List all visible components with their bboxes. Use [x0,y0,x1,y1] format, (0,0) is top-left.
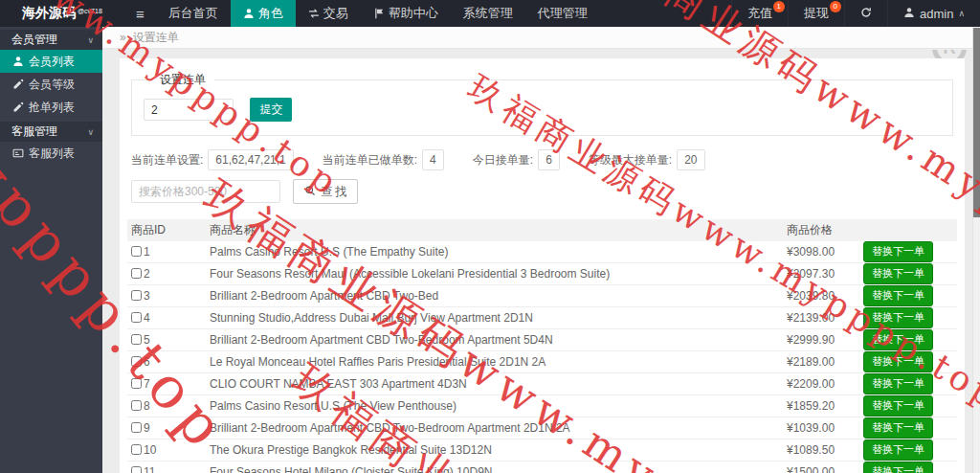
sidebar-group-title[interactable]: 客服管理∨ [0,122,102,142]
nav-right-item[interactable]: 充值1 [731,0,788,27]
breadcrumb: » 设置连单 [102,27,980,49]
search-button[interactable]: 查 找 [293,179,358,204]
goods-id: 2 [144,267,150,281]
row-checkbox[interactable] [131,444,142,455]
replace-next-order-button[interactable]: 替换下一单 [863,241,933,262]
nav-item[interactable]: 交易 [296,0,361,27]
nav-right-item[interactable]: 提现0 [788,0,844,27]
goods-name: Palms Casino Resort U.S (The Empathy Sui… [206,241,783,263]
goods-action-cell: 替换下一单 [859,307,957,329]
search-input[interactable] [131,180,280,203]
search-button-label: 查 找 [321,184,346,200]
goods-action-cell: 替换下一单 [859,241,957,263]
table-row: 2Four Seasons Resort Maui (Accessible Lo… [127,263,957,285]
goods-name: Brilliant 2-Bedroom Apartment CBD Two-Be… [206,285,783,307]
goods-id-cell: 4 [127,307,206,329]
goods-name: Four Seasons Resort Maui (Accessible Lok… [206,263,783,285]
replace-next-order-button[interactable]: 替换下一单 [863,285,933,306]
goods-action-cell: 替换下一单 [859,329,957,351]
chevron-down-icon: ∨ [87,127,94,137]
row-checkbox[interactable] [131,246,142,257]
table-row: 5Brilliant 2-Bedroom Apartment CBD Two-B… [127,329,957,351]
replace-next-order-button[interactable]: 替换下一单 [863,263,933,284]
chevron-down-icon: ∨ [87,35,94,45]
replace-next-order-button[interactable]: 替换下一单 [863,417,933,439]
stat-item: 当前连单已做单数:4 [323,149,444,170]
sidebar-item[interactable]: 客服列表 [0,142,102,165]
sidebar-item-label: 抢单列表 [29,100,75,116]
goods-action-cell: 替换下一单 [859,462,957,473]
set-chain-panel: 设置连单 提交 [131,72,953,136]
row-checkbox[interactable] [131,422,142,433]
goods-price: ¥2999.90 [783,329,859,351]
user-icon [12,56,24,67]
table-row: 7CLIO COURT NAMBA EAST 303 Apartment 4D3… [127,373,957,395]
goods-id: 4 [144,311,150,325]
replace-next-order-button[interactable]: 替换下一单 [863,462,933,473]
nav-item-label: 交易 [323,5,348,22]
nav-item-label: 角色 [258,5,283,22]
goods-id-cell: 9 [127,417,206,439]
goods-price: ¥2209.00 [783,373,859,395]
search-row: 查 找 [131,179,953,204]
brand-title: 海外源码 [22,5,76,22]
sidebar-item-label: 客服列表 [29,146,75,162]
stat-item: 当前连单设置:61,62,47,21,1 [131,149,294,170]
goods-name: The Okura Prestige Bangkok Residential S… [206,439,783,462]
nav-item[interactable]: 帮助中心 [361,0,451,27]
goods-id: 11 [144,465,155,473]
stat-value: 6 [538,149,560,170]
sidebar-item[interactable]: 会员列表 [0,50,102,73]
user-menu[interactable]: admin ∧ [887,0,980,27]
row-checkbox[interactable] [131,334,142,345]
sidebar: 会员管理∨会员列表会员等级抢单列表客服管理∨客服列表 [0,27,102,473]
sidebar-group-title[interactable]: 会员管理∨ [0,30,102,50]
nav-item[interactable]: 后台首页 [156,0,231,27]
replace-next-order-button[interactable]: 替换下一单 [863,351,933,372]
replace-next-order-button[interactable]: 替换下一单 [863,373,933,394]
submit-button[interactable]: 提交 [250,98,292,122]
row-checkbox[interactable] [131,466,142,473]
replace-next-order-button[interactable]: 替换下一单 [863,307,933,328]
stat-label: 今日接单量: [473,152,533,169]
row-checkbox[interactable] [131,378,142,389]
page-scrollbar [972,27,980,473]
sidebar-item[interactable]: 抢单列表 [0,96,102,119]
goods-id: 10 [144,443,156,457]
replace-next-order-button[interactable]: 替换下一单 [863,329,933,350]
replace-next-order-button[interactable]: 替换下一单 [863,395,933,417]
main-area: » 设置连单 R 设置连单 提交 当前连单设置:61,62,47,21,1当前连… [102,27,980,473]
nav-item-label: 系统管理 [463,5,513,22]
goods-id-cell: 8 [127,395,206,417]
row-checkbox[interactable] [131,356,142,367]
goods-price: ¥1089.50 [783,439,859,462]
sidebar-item-label: 会员等级 [29,77,75,93]
row-checkbox[interactable] [131,268,142,279]
goods-action-cell: 替换下一单 [859,263,957,285]
row-checkbox[interactable] [131,290,142,301]
nav-item[interactable]: 角色 [231,0,296,27]
sidebar-item[interactable]: 会员等级 [0,73,102,96]
row-checkbox[interactable] [131,400,142,411]
nav-item[interactable]: 代理管理 [525,0,600,27]
goods-id-cell: 5 [127,329,206,351]
goods-id: 8 [144,399,150,413]
nav-item[interactable]: 系统管理 [451,0,525,27]
nav-item-label: 代理管理 [538,5,588,22]
table-row: 8Palms Casino Resort U.S (The View Penth… [127,395,957,417]
hamburger-icon[interactable]: ≡ [124,0,156,27]
card-icon [12,147,24,159]
stats-row: 当前连单设置:61,62,47,21,1当前连单已做单数:4今日接单量:6等级最… [131,149,953,170]
row-checkbox[interactable] [131,312,142,323]
scrollbar-thumb[interactable] [973,28,980,217]
goods-action-cell: 替换下一单 [859,439,957,462]
user-icon [243,8,255,19]
brand-logo: 海外源码@cv718 [0,0,124,27]
chain-count-input[interactable] [144,99,234,121]
search-icon [304,185,316,199]
goods-id: 1 [144,245,150,259]
chevron-up-icon: ∧ [958,9,965,18]
table-row: 1Palms Casino Resort U.S (The Empathy Su… [127,241,957,263]
refresh-button[interactable] [844,0,887,27]
replace-next-order-button[interactable]: 替换下一单 [863,439,933,461]
